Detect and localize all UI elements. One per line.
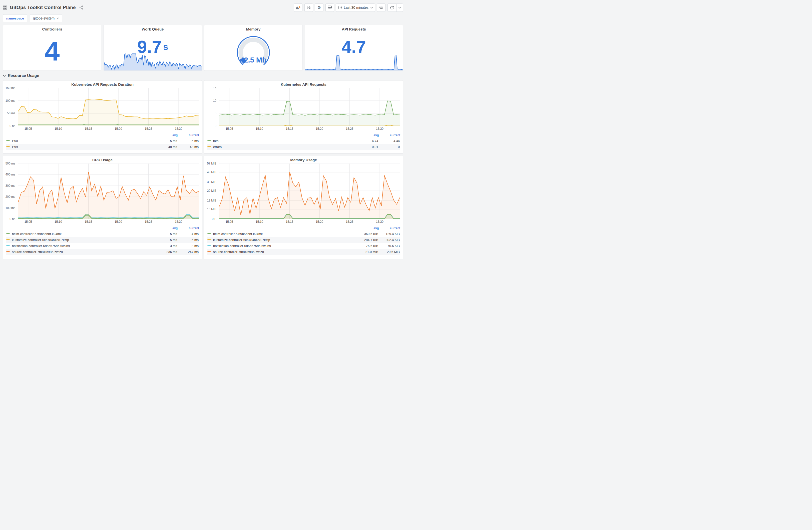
- gear-icon: ⚙: [317, 5, 321, 10]
- series-avg: 5 ms: [156, 139, 177, 143]
- series-swatch: [6, 140, 10, 141]
- legend-row[interactable]: kustomize-controller-6c6784b468-7kzfp284…: [207, 237, 400, 243]
- legend-row[interactable]: helm-controller-57f9b56bbf-k24mk360.5 Ki…: [207, 231, 400, 237]
- apps-icon[interactable]: [3, 5, 7, 10]
- row-title: Resource Usage: [8, 74, 39, 78]
- row-resource-usage[interactable]: Resource Usage: [3, 71, 403, 80]
- page-title: GitOps Toolkit Control Plane: [10, 5, 76, 10]
- panel-memory: Memory 42.5 Mb: [204, 25, 302, 71]
- x-tick-label: 15:10: [256, 220, 263, 223]
- legend-sort-avg[interactable]: avg: [357, 133, 379, 137]
- y-tick-label: 0 ns: [10, 124, 15, 128]
- panel-title[interactable]: Memory Usage: [204, 156, 403, 162]
- legend-row[interactable]: kustomize-controller-6c6784b468-7kzfp5 m…: [6, 237, 199, 243]
- legend-sort-current[interactable]: current: [379, 133, 400, 137]
- y-tick-label: 300 ms: [5, 184, 15, 188]
- dashboard-settings-button[interactable]: ⚙: [315, 3, 323, 12]
- refresh-button[interactable]: [388, 4, 396, 12]
- legend-row[interactable]: notification-controller-6d56575dc-5w9n97…: [207, 243, 400, 249]
- panel-controllers: Controllers 4: [3, 25, 101, 71]
- legend-sort-current[interactable]: current: [178, 226, 199, 230]
- legend-row[interactable]: source-controller-7fb84fc985-zvsz821.0 M…: [207, 249, 400, 255]
- x-tick-label: 15:15: [85, 220, 92, 223]
- refresh-interval-dropdown[interactable]: [396, 4, 403, 12]
- panel-title[interactable]: CPU Usage: [3, 156, 202, 162]
- panel-title[interactable]: API Requests: [305, 25, 403, 32]
- variable-label: namespace: [3, 14, 27, 22]
- plot-area[interactable]: [18, 88, 199, 126]
- series-name: source-controller-7fb84fc985-zvsz8: [213, 250, 357, 254]
- series-current: 302.4 KiB: [378, 238, 400, 242]
- panel-title[interactable]: Memory: [204, 25, 302, 32]
- x-tick-label: 15:05: [25, 220, 32, 223]
- charts-row-bottom: CPU Usage 0 ns100 ms200 ms300 ms400 ms50…: [3, 156, 403, 259]
- panel-title[interactable]: Work Queue: [104, 25, 202, 32]
- x-tick-label: 15:20: [115, 127, 122, 131]
- api-requests-value: 4.7: [342, 38, 366, 56]
- memory-gauge: 42.5 Mb: [204, 31, 302, 71]
- legend-sort-avg[interactable]: avg: [357, 226, 379, 230]
- y-tick-label: 150 ms: [5, 86, 15, 90]
- y-tick-label: 500 ms: [5, 162, 15, 165]
- series-current: 5 ms: [177, 139, 199, 143]
- y-tick-label: 100 ms: [5, 206, 15, 210]
- series-swatch: [6, 239, 10, 240]
- namespace-dropdown[interactable]: gitops-system: [30, 14, 62, 22]
- monitor-icon: [328, 5, 332, 10]
- panel-title[interactable]: Kubernetes API Requests: [204, 80, 403, 87]
- y-tick-label: 0 B: [212, 217, 216, 221]
- series-current: 76.6 KiB: [378, 244, 400, 248]
- legend-sort-avg[interactable]: avg: [156, 226, 178, 230]
- x-axis: 15:0515:1015:1515:2015:2515:30: [219, 127, 400, 131]
- plot-area[interactable]: [18, 163, 199, 219]
- y-tick-label: 48 MiB: [207, 171, 216, 174]
- plot-area[interactable]: [219, 88, 400, 126]
- legend-row[interactable]: source-controller-7fb84fc985-zvsz8236 ms…: [6, 249, 199, 255]
- panel-title[interactable]: Controllers: [3, 25, 101, 32]
- series-name: kustomize-controller-6c6784b468-7kzfp: [12, 238, 156, 242]
- plot-area[interactable]: [219, 163, 400, 219]
- work-queue-unit: s: [163, 42, 168, 52]
- y-tick-label: 19 MiB: [207, 199, 216, 202]
- legend-sort-current[interactable]: current: [379, 226, 400, 230]
- legend-row[interactable]: errors0.010: [207, 144, 400, 150]
- series-avg: 0.01: [357, 145, 378, 149]
- add-panel-icon: [296, 5, 301, 10]
- panel-k8s-api-requests: Kubernetes API Requests 051015 15:0515:1…: [204, 80, 403, 153]
- legend-row[interactable]: notification-controller-6d56575dc-5w9n93…: [6, 243, 199, 249]
- share-icon[interactable]: [79, 5, 83, 10]
- zoom-out-icon: [379, 5, 383, 10]
- y-axis: 0 B10 MiB19 MiB29 MiB38 MiB48 MiB57 MiB: [204, 163, 218, 219]
- x-axis: 15:0515:1015:1515:2015:2515:30: [18, 127, 199, 131]
- series-avg: 21.0 MiB: [357, 250, 378, 254]
- legend-sort-avg[interactable]: avg: [156, 133, 178, 137]
- y-tick-label: 5: [215, 112, 216, 115]
- legend-row[interactable]: P505 ms5 ms: [6, 138, 199, 144]
- panel-k8s-api-requests-duration: Kubernetes API Requests Duration 0 ns50 …: [3, 80, 202, 153]
- x-tick-label: 15:25: [346, 127, 353, 131]
- series-swatch: [6, 251, 10, 252]
- y-axis: 0 ns100 ms200 ms300 ms400 ms500 ms: [3, 163, 17, 219]
- tv-mode-button[interactable]: [325, 3, 334, 12]
- legend-sort-current[interactable]: current: [178, 133, 199, 137]
- legend-header: avgcurrent: [207, 226, 400, 231]
- legend-row[interactable]: total4.744.44: [207, 138, 400, 144]
- legend-row[interactable]: P9948 ms43 ms: [6, 144, 199, 150]
- legend-rows: P505 ms5 msP9948 ms43 ms: [6, 138, 199, 150]
- chevron-down-icon: [3, 75, 6, 77]
- series-name: P99: [12, 145, 156, 149]
- series-current: 4 ms: [177, 232, 199, 236]
- x-tick-label: 15:10: [55, 220, 62, 223]
- add-panel-button[interactable]: [294, 3, 302, 12]
- series-avg: 76.6 KiB: [357, 244, 378, 248]
- legend-row[interactable]: helm-controller-57f9b56bbf-k24mk5 ms4 ms: [6, 231, 199, 237]
- series-swatch: [207, 140, 211, 141]
- legend: avgcurrenttotal4.744.44errors0.010: [207, 133, 400, 150]
- x-tick-label: 15:20: [316, 220, 323, 223]
- panel-title[interactable]: Kubernetes API Requests Duration: [3, 80, 202, 87]
- y-tick-label: 400 ms: [5, 173, 15, 176]
- x-tick-label: 15:30: [376, 220, 383, 223]
- save-dashboard-button[interactable]: [304, 3, 313, 12]
- zoom-out-button[interactable]: [377, 3, 386, 12]
- time-range-picker[interactable]: Last 30 minutes: [336, 3, 375, 12]
